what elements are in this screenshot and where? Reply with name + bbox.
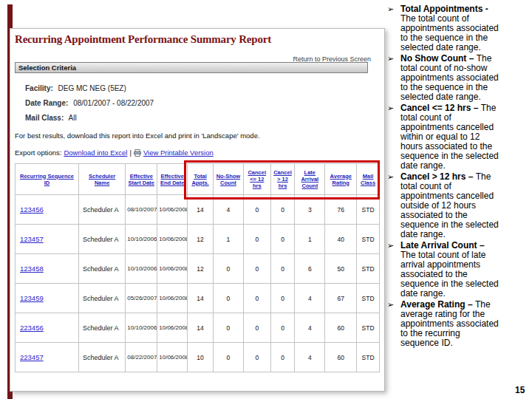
table-cell: 10/10/2006 bbox=[126, 225, 157, 254]
table-cell: Scheduler A bbox=[78, 284, 125, 313]
arrow-bullet-icon: ➢ bbox=[387, 103, 400, 171]
table-cell: 60 bbox=[325, 343, 357, 372]
annotation-item: ➢Cancel > 12 hrs – The total count of ap… bbox=[387, 172, 531, 239]
annotation-text: Cancel > 12 hrs – The total count of app… bbox=[400, 172, 501, 239]
table-cell: 0 bbox=[270, 254, 295, 284]
sequence-id-cell: 223456 bbox=[16, 313, 79, 343]
export-options-row: Export options: Download into Excel | Vi… bbox=[15, 149, 380, 157]
mail-class-label: Mail Class: bbox=[25, 114, 64, 122]
annotation-title: Cancel <= 12 hrs – bbox=[400, 103, 481, 113]
table-row: 123457Scheduler A10/10/200610/06/2008121… bbox=[16, 225, 380, 254]
facility-field: Facility: DEG MC NEG (5EZ) bbox=[25, 84, 380, 92]
table-cell: 67 bbox=[325, 284, 357, 313]
table-row: 123458Scheduler A10/10/200610/06/2008120… bbox=[16, 254, 380, 284]
annotation-title: Cancel > 12 hrs – bbox=[400, 171, 476, 182]
landscape-note: For best results, download this report i… bbox=[15, 132, 380, 140]
table-cell: 10/10/2006 bbox=[126, 313, 157, 343]
arrow-bullet-icon: ➢ bbox=[387, 300, 400, 348]
table-row: 223457Scheduler A08/22/200710/06/2008100… bbox=[16, 343, 380, 372]
table-cell: STD bbox=[357, 254, 380, 284]
table-cell: 0 bbox=[243, 313, 270, 343]
table-cell: STD bbox=[357, 284, 380, 313]
annotation-title: Late Arrival Count – bbox=[400, 240, 485, 250]
table-cell: 0 bbox=[243, 343, 270, 372]
table-cell: 14 bbox=[188, 313, 214, 343]
download-excel-link[interactable]: Download into Excel bbox=[64, 149, 127, 157]
column-header-link[interactable]: Effective End Date bbox=[157, 164, 188, 195]
table-cell: Scheduler A bbox=[78, 195, 125, 225]
column-header-link[interactable]: No-Show Count bbox=[213, 164, 243, 195]
sequence-id-link[interactable]: 223456 bbox=[20, 324, 44, 332]
table-cell: 14 bbox=[188, 195, 214, 225]
table-cell: 0 bbox=[270, 225, 295, 254]
annotation-text: Average Rating – The average rating for … bbox=[400, 300, 501, 348]
annotation-title: Total Appointments - bbox=[400, 4, 488, 14]
return-previous-screen-link[interactable]: Return to Previous Screen bbox=[293, 55, 371, 63]
table-cell: 3 bbox=[295, 195, 325, 225]
table-cell: STD bbox=[357, 313, 380, 343]
table-row: 123456Scheduler A08/10/200710/06/2008144… bbox=[16, 195, 380, 225]
table-header-row: Recurring Sequence IDScheduler NameEffec… bbox=[16, 164, 380, 195]
arrow-bullet-icon: ➢ bbox=[387, 54, 400, 102]
sequence-id-link[interactable]: 223457 bbox=[20, 353, 44, 361]
annotation-item: ➢Late Arrival Count – The total count of… bbox=[387, 241, 531, 299]
column-header-link[interactable]: Total Appts. bbox=[188, 164, 214, 195]
column-header-link[interactable]: Mail Class bbox=[357, 164, 380, 195]
annotation-body: The total count of appointments associat… bbox=[400, 13, 499, 52]
annotation-title: Average Rating – bbox=[400, 299, 475, 310]
annotation-text: Cancel <= 12 hrs – The total count of ap… bbox=[400, 103, 501, 171]
table-cell: 08/10/2007 bbox=[126, 195, 157, 225]
table-cell: Scheduler A bbox=[78, 343, 125, 372]
column-header-link[interactable]: Late Arrival Count bbox=[295, 164, 325, 195]
selection-criteria-bar: Selection Criteria bbox=[15, 62, 368, 73]
column-header-link[interactable]: Cancel <= 12 hrs bbox=[243, 164, 270, 195]
annotation-item: ➢Cancel <= 12 hrs – The total count of a… bbox=[387, 103, 531, 171]
table-cell: Scheduler A bbox=[78, 254, 125, 284]
annotation-body: The total count of appointments cancelle… bbox=[400, 103, 499, 171]
table-cell: STD bbox=[357, 195, 380, 225]
report-table-wrap: Recurring Sequence IDScheduler NameEffec… bbox=[15, 163, 381, 372]
facility-label: Facility: bbox=[25, 84, 53, 92]
table-row: 123459Scheduler A05/26/200710/06/2008140… bbox=[16, 284, 380, 313]
sequence-id-link[interactable]: 123456 bbox=[20, 205, 44, 214]
table-cell: 14 bbox=[188, 284, 214, 313]
sequence-id-link[interactable]: 123458 bbox=[20, 265, 44, 273]
column-header-link[interactable]: Recurring Sequence ID bbox=[16, 164, 79, 195]
mail-class-field: Mail Class: All bbox=[25, 114, 380, 122]
link-separator: | bbox=[129, 149, 131, 157]
report-screenshot: Recurring Appointment Performance Summar… bbox=[10, 28, 385, 392]
sequence-id-cell: 123457 bbox=[16, 225, 79, 254]
sequence-id-link[interactable]: 123457 bbox=[20, 235, 44, 243]
table-cell: 10/06/2008 bbox=[157, 343, 188, 372]
sequence-id-cell: 123459 bbox=[16, 284, 79, 313]
sequence-id-link[interactable]: 123459 bbox=[20, 294, 44, 302]
column-header-link[interactable]: Average Rating bbox=[325, 164, 357, 195]
table-cell: 50 bbox=[325, 254, 357, 284]
view-printable-link[interactable]: View Printable Version bbox=[143, 149, 214, 157]
column-header-link[interactable]: Cancel > 12 hrs bbox=[270, 164, 295, 195]
table-cell: 1 bbox=[213, 225, 243, 254]
facility-value: DEG MC NEG (5EZ) bbox=[58, 84, 126, 92]
table-cell: 10/06/2008 bbox=[157, 254, 188, 284]
table-cell: 10 bbox=[188, 343, 214, 372]
table-cell: 10/06/2008 bbox=[157, 284, 188, 313]
arrow-bullet-icon: ➢ bbox=[387, 172, 400, 239]
column-header-link[interactable]: Effective Start Date bbox=[126, 164, 157, 195]
annotation-body: The total count of appointments cancelle… bbox=[400, 171, 499, 239]
table-cell: 40 bbox=[325, 225, 357, 254]
report-title: Recurring Appointment Performance Summar… bbox=[15, 33, 380, 46]
column-header-link[interactable]: Scheduler Name bbox=[78, 164, 125, 195]
mail-class-value: All bbox=[68, 114, 76, 122]
table-cell: 0 bbox=[270, 284, 295, 313]
table-cell: 76 bbox=[325, 195, 357, 225]
table-cell: 0 bbox=[243, 254, 270, 284]
table-cell: Scheduler A bbox=[78, 225, 125, 254]
table-row: 223456Scheduler A10/10/200610/06/2008140… bbox=[16, 313, 380, 343]
date-range-value: 08/01/2007 - 08/22/2007 bbox=[73, 99, 154, 107]
annotation-list: ➢Total Appointments - The total count of… bbox=[387, 4, 531, 349]
table-cell: 10/10/2006 bbox=[126, 254, 157, 284]
table-cell: 4 bbox=[295, 343, 325, 372]
table-cell: 05/26/2007 bbox=[126, 284, 157, 313]
table-cell: 12 bbox=[188, 225, 214, 254]
annotation-text: Late Arrival Count – The total count of … bbox=[400, 241, 501, 299]
